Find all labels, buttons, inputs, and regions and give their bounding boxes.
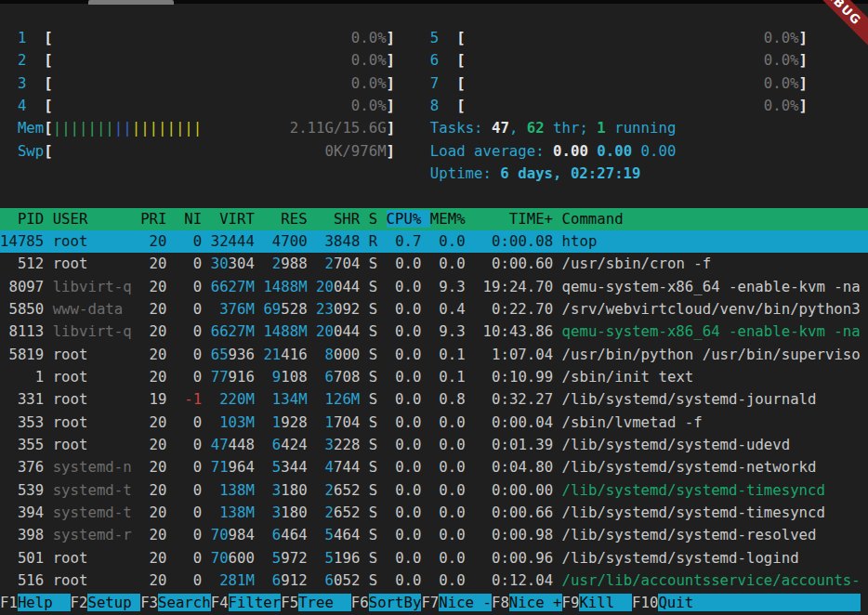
process-command: /lib/systemd/systemd-networkd [562, 458, 817, 476]
process-pid: 516 [0, 571, 53, 589]
process-command: /srv/webvirtcloud/venv/bin/python3 [562, 300, 861, 318]
process-pri: 20 [140, 526, 176, 543]
fkey-help[interactable]: F1Help [0, 594, 71, 611]
process-time: 0:00.08 [474, 232, 561, 250]
fkey-setup[interactable]: F2Setup [71, 594, 141, 611]
process-command: htop [562, 232, 598, 250]
column-header-time[interactable]: TIME+ [474, 210, 561, 228]
process-row-539[interactable]: 539 systemd-t 20 0 138M 3180 2652 S 0.0 … [0, 479, 868, 502]
column-header-command[interactable]: Command [562, 210, 624, 228]
fkey-search[interactable]: F3Search [140, 594, 211, 611]
swap-meter: Swp[ 0K/976M] [18, 142, 395, 160]
process-cpu: 0.0 [387, 458, 430, 476]
process-pid: 539 [0, 481, 53, 499]
process-row-1[interactable]: 1 root 20 0 77916 9108 6708 S 0.0 0.1 0:… [0, 366, 868, 388]
process-row-8113[interactable]: 8113 libvirt-q 20 0 6627M 1488M 20044 S … [0, 321, 868, 343]
process-user: root [53, 368, 140, 386]
htop-header-meters: 1 [ 0.0%] 5 [ 0.0%] 2 [ 0.0%] 6 [ 0.0%] … [0, 5, 868, 208]
process-user: systemd-t [53, 504, 140, 521]
process-row-376[interactable]: 376 systemd-n 20 0 71964 5344 4744 S 0.0… [0, 456, 868, 478]
process-mem: 0.1 [430, 368, 474, 386]
uptime: Uptime: 6 days, 02:27:19 [430, 164, 641, 182]
column-header-shr[interactable]: SHR [316, 210, 369, 228]
column-header-user[interactable]: USER [53, 210, 140, 228]
process-time: 10:43.86 [474, 322, 561, 340]
process-pri: 20 [140, 346, 176, 363]
cpu-meter-2: 2 [ 0.0%] [18, 51, 395, 69]
process-row-331[interactable]: 331 root 19 -1 220M 134M 126M S 0.0 0.8 … [0, 388, 868, 411]
process-pri: 20 [140, 481, 176, 499]
column-header-ni[interactable]: NI [176, 210, 211, 228]
process-user: root [53, 436, 140, 453]
column-header-virt[interactable]: VIRT [211, 210, 264, 228]
process-row-398[interactable]: 398 systemd-r 20 0 70984 6464 5464 S 0.0… [0, 524, 868, 546]
process-user: systemd-t [53, 481, 140, 499]
process-cpu: 0.0 [387, 549, 430, 567]
process-mem: 0.0 [430, 436, 474, 453]
fkey-filter[interactable]: F4Filter [211, 594, 282, 611]
fkey-tree[interactable]: F5Tree [281, 594, 351, 611]
process-pri: 20 [140, 300, 176, 318]
process-pri: 20 [140, 571, 176, 589]
process-cpu: 0.0 [387, 255, 430, 272]
process-mem: 0.1 [430, 346, 474, 363]
process-pri: 20 [140, 458, 176, 476]
mem-bar-green: ||||||| [53, 119, 114, 137]
process-pri: 20 [140, 322, 176, 340]
process-pid: 501 [0, 549, 53, 567]
process-time: 0:12.04 [474, 571, 561, 589]
cpu-meter-5: 5 [ 0.0%] [430, 29, 808, 46]
column-header-s[interactable]: S [369, 210, 387, 228]
process-row-5850[interactable]: 5850 www-data 20 0 376M 69528 23092 S 0.… [0, 298, 868, 321]
process-row-512[interactable]: 512 root 20 0 30304 2988 2704 S 0.0 0.0 … [0, 253, 868, 275]
column-header-cpu[interactable]: CPU% [387, 210, 430, 228]
fkey-nice-[interactable]: F8Nice + [492, 594, 562, 611]
process-pid: 512 [0, 255, 53, 272]
cpu-meter-7: 7 [ 0.0%] [430, 74, 808, 92]
process-state: S [369, 255, 387, 272]
process-ni: -1 [176, 390, 202, 408]
process-row-8097[interactable]: 8097 libvirt-q 20 0 6627M 1488M 20044 S … [0, 276, 868, 298]
column-header-pri[interactable]: PRI [140, 210, 176, 228]
process-row-516[interactable]: 516 root 20 0 281M 6912 6052 S 0.0 0.0 0… [0, 569, 868, 592]
process-row-14785[interactable]: 14785 root 20 0 32444 4700 3848 R 0.7 0.… [0, 230, 868, 253]
mem-row: Mem[||||||||||||||||| 2.11G/15.6G] Tasks… [0, 117, 868, 139]
process-command: /usr/sbin/cron -f [562, 255, 712, 272]
process-pri: 20 [140, 413, 176, 431]
process-pri: 20 [140, 232, 176, 250]
process-command: /lib/systemd/systemd-logind [562, 549, 799, 567]
process-cpu: 0.0 [387, 390, 430, 408]
fkey-nice-[interactable]: F7Nice - [421, 594, 492, 611]
process-row-5819[interactable]: 5819 root 20 0 65936 21416 8000 S 0.0 0.… [0, 344, 868, 366]
cpu-meter-row: 3 [ 0.0%] 7 [ 0.0%] [0, 72, 868, 95]
column-header-pid[interactable]: PID [0, 210, 53, 228]
column-header-mem[interactable]: MEM% [430, 210, 474, 228]
process-row-355[interactable]: 355 root 20 0 47448 6424 3228 S 0.0 0.0 … [0, 434, 868, 456]
process-pid: 8113 [0, 322, 53, 340]
process-time: 19:24.70 [474, 278, 561, 295]
fkey-sortby[interactable]: F6SortBy [351, 594, 422, 611]
process-pid: 8097 [0, 278, 53, 295]
process-row-394[interactable]: 394 systemd-t 20 0 138M 3180 2652 S 0.0 … [0, 502, 868, 524]
fkey-quit[interactable]: F10Quit [632, 594, 861, 611]
process-row-353[interactable]: 353 root 20 0 103M 1928 1704 S 0.0 0.0 0… [0, 412, 868, 434]
process-pid: 14785 [0, 232, 53, 250]
process-state: S [369, 549, 387, 567]
process-mem: 0.8 [430, 390, 474, 408]
column-header-res[interactable]: RES [263, 210, 316, 228]
memory-meter: Mem[||||||||||||||||| 2.11G/15.6G] [18, 119, 395, 137]
process-state: S [369, 346, 387, 363]
mem-usage-value: 2.11G/15.6G [290, 119, 387, 137]
process-ni: 0 [176, 413, 202, 431]
process-row-501[interactable]: 501 root 20 0 70600 5972 5196 S 0.0 0.0 … [0, 547, 868, 569]
cpu-meter-1: 1 [ 0.0%] [18, 29, 395, 46]
mem-bar-yellow: |||||||| [132, 119, 203, 137]
process-state: S [369, 481, 387, 499]
process-ni: 0 [176, 504, 202, 521]
fkey-kill[interactable]: F9Kill [562, 594, 633, 611]
cpu-meter-row: 2 [ 0.0%] 6 [ 0.0%] [0, 49, 868, 72]
process-mem: 0.0 [430, 458, 474, 476]
process-user: root [53, 413, 140, 431]
process-time: 0:00.98 [474, 526, 561, 543]
process-mem: 0.0 [430, 413, 474, 431]
